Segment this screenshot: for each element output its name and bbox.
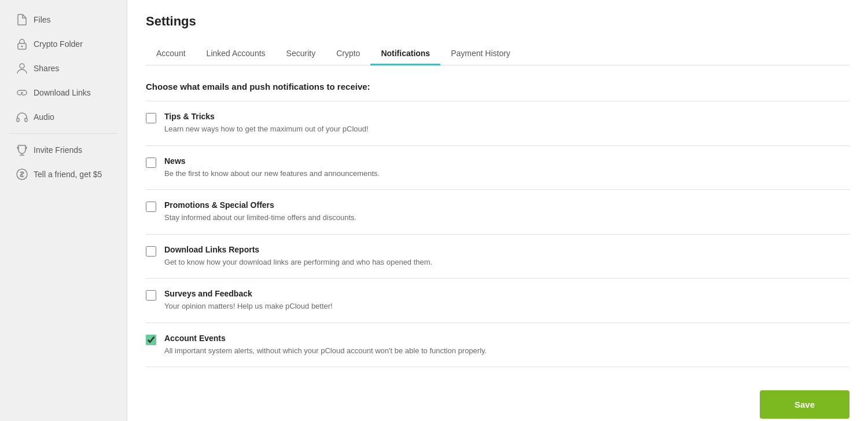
- sidebar-item-tell-a-friend-label: Tell a friend, get $5: [34, 170, 102, 179]
- notif-title-surveys-feedback: Surveys and Feedback: [164, 289, 333, 298]
- notif-title-tips-tricks: Tips & Tricks: [164, 112, 369, 121]
- headphones-icon: [16, 111, 28, 123]
- notif-content-promotions: Promotions & Special Offers Stay informe…: [164, 200, 356, 224]
- settings-tabs: Account Linked Accounts Security Crypto …: [146, 43, 849, 65]
- notification-item-download-links-reports: Download Links Reports Get to know how y…: [146, 235, 849, 279]
- notification-item-tips-tricks: Tips & Tricks Learn new ways how to get …: [146, 101, 849, 146]
- notif-content-tips-tricks: Tips & Tricks Learn new ways how to get …: [164, 112, 369, 135]
- sidebar-item-files[interactable]: Files: [5, 8, 122, 31]
- checkbox-download-links-reports-wrapper[interactable]: [146, 246, 156, 259]
- notif-content-account-events: Account Events All important system aler…: [164, 334, 487, 357]
- notif-desc-news: Be the first to know about our new featu…: [164, 168, 380, 180]
- checkbox-tips-tricks-wrapper[interactable]: [146, 113, 156, 126]
- save-area: Save: [146, 381, 849, 419]
- sidebar-item-shares-label: Shares: [34, 64, 59, 73]
- notif-desc-account-events: All important system alerts, without whi…: [164, 345, 487, 357]
- page-title: Settings: [146, 14, 849, 29]
- checkbox-surveys-feedback-wrapper[interactable]: [146, 290, 156, 303]
- person-icon: [16, 63, 28, 74]
- tab-payment-history[interactable]: Payment History: [440, 43, 521, 65]
- svg-rect-4: [25, 118, 27, 122]
- notification-item-account-events: Account Events All important system aler…: [146, 323, 849, 368]
- sidebar-divider: [9, 133, 117, 134]
- notification-item-surveys-feedback: Surveys and Feedback Your opinion matter…: [146, 279, 849, 323]
- sidebar: Files Crypto Folder Shares: [0, 0, 127, 421]
- checkbox-surveys-feedback[interactable]: [146, 290, 156, 301]
- notification-item-promotions: Promotions & Special Offers Stay informe…: [146, 190, 849, 235]
- sidebar-item-invite-friends[interactable]: Invite Friends: [5, 138, 122, 162]
- notification-list: Tips & Tricks Learn new ways how to get …: [146, 101, 849, 367]
- notif-content-news: News Be the first to know about our new …: [164, 156, 380, 180]
- svg-point-1: [21, 46, 23, 47]
- lock-icon: [16, 38, 28, 50]
- sidebar-item-audio[interactable]: Audio: [5, 105, 122, 129]
- file-icon: [16, 14, 28, 25]
- trophy-icon: [16, 144, 28, 156]
- sidebar-item-invite-friends-label: Invite Friends: [34, 145, 82, 155]
- tab-account[interactable]: Account: [146, 43, 196, 65]
- tab-linked-accounts[interactable]: Linked Accounts: [196, 43, 276, 65]
- tab-notifications[interactable]: Notifications: [370, 43, 440, 65]
- save-button[interactable]: Save: [760, 390, 849, 419]
- sidebar-item-download-links-label: Download Links: [34, 88, 91, 97]
- notif-desc-download-links-reports: Get to know how your download links are …: [164, 257, 432, 268]
- tab-security[interactable]: Security: [276, 43, 326, 65]
- svg-point-2: [20, 64, 24, 68]
- notification-item-news: News Be the first to know about our new …: [146, 146, 849, 191]
- checkbox-promotions[interactable]: [146, 202, 156, 212]
- link-icon: [16, 87, 28, 98]
- notif-content-surveys-feedback: Surveys and Feedback Your opinion matter…: [164, 289, 333, 312]
- checkbox-account-events-wrapper[interactable]: [146, 335, 156, 347]
- checkbox-news[interactable]: [146, 158, 156, 168]
- sidebar-item-audio-label: Audio: [34, 112, 54, 122]
- checkbox-account-events[interactable]: [146, 335, 156, 345]
- notif-desc-surveys-feedback: Your opinion matters! Help us make pClou…: [164, 301, 333, 312]
- checkbox-news-wrapper[interactable]: [146, 158, 156, 170]
- sidebar-item-download-links[interactable]: Download Links: [5, 81, 122, 104]
- notifications-section-title: Choose what emails and push notification…: [146, 82, 849, 91]
- notif-title-promotions: Promotions & Special Offers: [164, 200, 356, 210]
- sidebar-item-shares[interactable]: Shares: [5, 57, 122, 80]
- notif-title-news: News: [164, 156, 380, 166]
- checkbox-tips-tricks[interactable]: [146, 113, 156, 123]
- sidebar-item-files-label: Files: [34, 15, 51, 24]
- checkbox-download-links-reports[interactable]: [146, 246, 156, 257]
- tab-crypto[interactable]: Crypto: [326, 43, 370, 65]
- checkbox-promotions-wrapper[interactable]: [146, 202, 156, 214]
- sidebar-item-tell-a-friend[interactable]: Tell a friend, get $5: [5, 163, 122, 186]
- notif-title-download-links-reports: Download Links Reports: [164, 245, 432, 254]
- sidebar-item-crypto-folder-label: Crypto Folder: [34, 39, 83, 49]
- notif-content-download-links-reports: Download Links Reports Get to know how y…: [164, 245, 432, 268]
- notif-desc-promotions: Stay informed about our limited-time off…: [164, 212, 356, 224]
- main-content: Settings Account Linked Accounts Securit…: [127, 0, 868, 421]
- notif-desc-tips-tricks: Learn new ways how to get the maximum ou…: [164, 123, 369, 135]
- sidebar-item-crypto-folder[interactable]: Crypto Folder: [5, 32, 122, 56]
- svg-rect-3: [17, 118, 19, 122]
- notif-title-account-events: Account Events: [164, 334, 487, 343]
- dollar-icon: [16, 169, 28, 180]
